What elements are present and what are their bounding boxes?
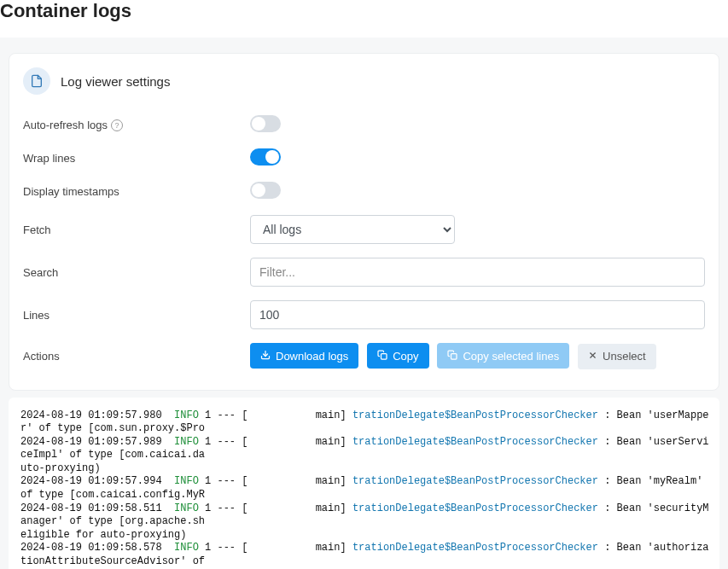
lines-label: Lines	[23, 309, 250, 322]
svg-rect-1	[381, 354, 387, 360]
download-logs-button[interactable]: Download logs	[250, 343, 358, 369]
wrap-lines-toggle[interactable]	[250, 148, 281, 165]
search-label: Search	[23, 266, 250, 279]
log-output[interactable]: 2024-08-19 01:09:57.980 INFO 1 --- [ mai…	[9, 398, 719, 570]
log-line-continuation: eligible for auto-proxying)	[20, 529, 714, 543]
svg-rect-2	[451, 354, 457, 360]
log-line-continuation: uto-proxying)	[20, 462, 714, 476]
search-input[interactable]	[250, 258, 705, 287]
help-icon[interactable]: ?	[111, 119, 123, 131]
log-line: 2024-08-19 01:09:57.980 INFO 1 --- [ mai…	[20, 409, 714, 436]
lines-input[interactable]	[250, 300, 705, 329]
log-line: 2024-08-19 01:09:58.578 INFO 1 --- [ mai…	[20, 542, 714, 568]
panel-title: Log viewer settings	[61, 74, 170, 89]
log-line: 2024-08-19 01:09:57.994 INFO 1 --- [ mai…	[20, 475, 714, 502]
timestamps-label: Display timestamps	[23, 185, 250, 198]
auto-refresh-label: Auto-refresh logs ?	[23, 119, 250, 131]
log-line: 2024-08-19 01:09:57.989 INFO 1 --- [ mai…	[20, 436, 714, 462]
copy-icon	[377, 350, 387, 362]
actions-label: Actions	[23, 350, 250, 363]
page-title: Container logs	[0, 0, 728, 38]
fetch-select[interactable]: All logs	[250, 215, 455, 244]
close-icon	[588, 351, 597, 362]
wrap-lines-label: Wrap lines	[23, 152, 250, 165]
auto-refresh-toggle[interactable]	[250, 115, 281, 132]
file-icon	[23, 67, 50, 95]
log-line: 2024-08-19 01:09:58.511 INFO 1 --- [ mai…	[20, 502, 714, 529]
log-settings-panel: Log viewer settings Auto-refresh logs ? …	[9, 53, 719, 391]
copy-selected-button[interactable]: Copy selected lines	[437, 343, 569, 369]
copy-icon	[447, 350, 457, 362]
copy-button[interactable]: Copy	[367, 343, 428, 369]
panel-header: Log viewer settings	[23, 67, 705, 95]
unselect-button[interactable]: Unselect	[578, 344, 656, 369]
timestamps-toggle[interactable]	[250, 182, 281, 199]
download-icon	[260, 350, 271, 362]
fetch-label: Fetch	[23, 224, 250, 236]
